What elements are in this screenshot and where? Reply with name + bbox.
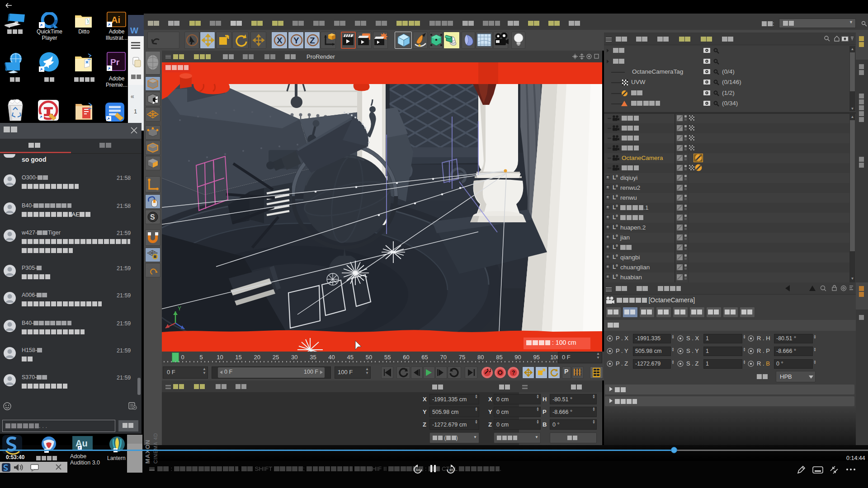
- svg-text:Z: Z: [310, 36, 315, 45]
- svg-text:?: ?: [512, 370, 515, 376]
- svg-text:30: 30: [449, 468, 453, 472]
- svg-text:CINEMA 4D: CINEMA 4D: [153, 433, 158, 464]
- svg-text:Y: Y: [293, 36, 299, 45]
- svg-text:S: S: [150, 213, 155, 221]
- svg-text:X: X: [277, 36, 283, 45]
- svg-text:Y: Y: [178, 305, 181, 312]
- svg-text:10: 10: [416, 468, 420, 472]
- svg-text:MAXON: MAXON: [144, 440, 151, 464]
- svg-text:Ai: Ai: [111, 15, 120, 25]
- svg-text:Pr: Pr: [110, 57, 120, 67]
